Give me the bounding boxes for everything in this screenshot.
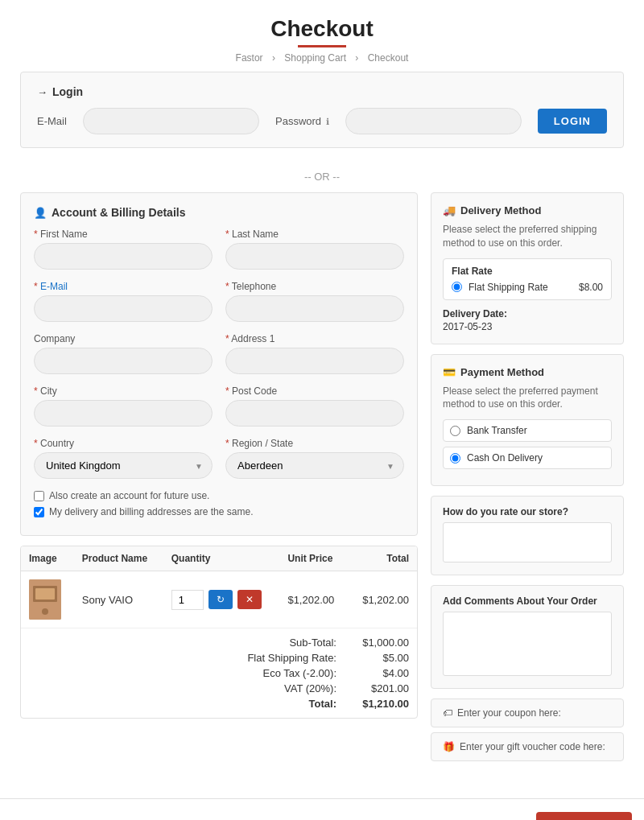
billing-section: Account & Billing Details * First Name [20,192,418,536]
last-name-input[interactable] [225,243,404,270]
product-table: Image Product Name Quantity Unit Price T… [21,546,417,628]
breadcrumb-checkout: Checkout [368,52,409,64]
password-input[interactable] [345,108,522,134]
delivery-section: Delivery Method Please select the prefer… [431,192,624,344]
company-input[interactable] [34,348,213,374]
truck-icon [443,204,456,216]
flat-rate-label: Flat Shipping Rate [469,282,572,293]
region-label: * Region / State [225,438,404,449]
rating-textarea[interactable] [443,522,612,562]
breadcrumb-sep2: › [355,52,361,64]
login-form-row: E-Mail Password ℹ LOGIN [37,108,607,134]
region-group: * Region / State Aberdeen [225,438,404,479]
subtotal-label: Sub-Total: [208,637,336,649]
first-name-input[interactable] [34,243,213,270]
eco-tax-label: Eco Tax (-2.00): [208,667,336,679]
last-name-label: * Last Name [225,229,404,240]
address1-group: * Address 1 [225,333,404,374]
flat-rate-title: Flat Rate [452,266,603,277]
cash-delivery-option: Cash On Delivery [443,447,612,469]
create-account-checkbox[interactable] [34,491,44,501]
company-label: Company [34,333,213,344]
postcode-input[interactable] [225,400,404,426]
breadcrumb-sep1: › [272,52,278,64]
remove-button[interactable]: ✕ [237,590,262,609]
vat-row: VAT (20%): $201.00 [29,681,409,696]
voucher-label: Enter your gift voucher code here: [460,741,605,752]
user-icon [34,206,47,219]
product-qty-cell: ↻ ✕ [163,571,280,628]
shipping-box: Flat Rate Flat Shipping Rate $8.00 [443,258,612,300]
country-select[interactable]: United Kingdom [34,452,213,479]
table-row: Sony VAIO ↻ ✕ $1,202.00 $1,202.00 [21,571,417,628]
subtotal-value: $1,000.00 [353,637,409,649]
rating-section: How do you rate our store? [431,496,624,575]
comments-section: Add Comments About Your Order [431,585,624,689]
product-unit-price-cell: $1,202.00 [279,571,348,628]
refresh-button[interactable]: ↻ [208,590,233,609]
or-divider: -- OR -- [20,161,624,192]
login-title: Login [37,85,607,98]
billing-email-input[interactable] [34,295,213,322]
page-footer: I have read and agree to the Terms & Con… [0,798,644,820]
total-row: Total: $1,210.00 [29,696,409,711]
payment-title: Payment Method [443,366,612,378]
same-address-checkbox[interactable] [34,507,44,517]
email-group: * E-Mail [34,281,213,322]
create-account-row: Also create an account for future use. [34,490,404,501]
telephone-group: * Telephone [225,281,404,322]
breadcrumb: Fastor › Shopping Cart › Checkout [0,52,644,64]
city-group: * City [34,385,213,426]
shipping-rate-row: Flat Shipping Rate: $5.00 [29,650,409,665]
eco-tax-row: Eco Tax (-2.00): $4.00 [29,665,409,681]
totals-section: Sub-Total: $1,000.00 Flat Shipping Rate:… [21,628,417,718]
login-button[interactable]: LOGIN [538,109,607,134]
eco-tax-value: $4.00 [353,667,409,679]
right-column: Delivery Method Please select the prefer… [431,192,624,766]
comments-textarea[interactable] [443,612,612,676]
flat-rate-price: $8.00 [579,282,603,293]
bank-transfer-radio[interactable] [450,426,460,436]
breadcrumb-cart: Shopping Cart [284,52,346,64]
shipping-option: Flat Shipping Rate $8.00 [452,282,603,293]
create-account-label: Also create an account for future use. [49,490,209,501]
qty-control: ↻ ✕ [171,590,272,610]
coupon-section[interactable]: Enter your coupon here: [431,698,624,727]
product-table-section: Image Product Name Quantity Unit Price T… [20,546,418,719]
same-address-row: My delivery and billing addresses are th… [34,506,404,517]
city-label: * City [34,385,213,397]
col-image: Image [21,546,74,571]
col-qty: Quantity [163,546,280,571]
email-input[interactable] [83,108,259,134]
delivery-title: Delivery Method [443,204,612,216]
gift-icon [443,741,455,752]
region-select[interactable]: Aberdeen [225,452,404,479]
svg-rect-2 [35,588,55,600]
main-container: Login E-Mail Password ℹ LOGIN -- OR -- A… [8,72,636,798]
product-total-cell: $1,202.00 [349,571,417,628]
col-name: Product Name [74,546,163,571]
company-address-row: Company * Address 1 [34,333,404,374]
address1-input[interactable] [225,348,404,374]
contact-row: * E-Mail * Telephone [34,281,404,322]
billing-title: Account & Billing Details [34,206,404,219]
rating-label: How do you rate our store? [443,506,612,517]
shipping-rate-label: Flat Shipping Rate: [208,652,336,664]
proceed-button[interactable]: PROCEED [536,812,632,820]
cash-delivery-radio[interactable] [450,453,460,464]
region-select-wrapper: Aberdeen [225,452,404,479]
col-total: Total [349,546,417,571]
table-header-row: Image Product Name Quantity Unit Price T… [21,546,417,571]
country-region-row: * Country United Kingdom * Region / Stat… [34,438,404,479]
two-col-layout: Account & Billing Details * First Name [20,192,624,766]
flat-rate-radio[interactable] [452,282,462,292]
last-name-group: * Last Name [225,229,404,270]
city-input[interactable] [34,400,213,426]
voucher-section[interactable]: Enter your gift voucher code here: [431,732,624,761]
delivery-desc: Please select the preferred shipping met… [443,223,612,250]
product-image [29,579,61,620]
password-label: Password ℹ [275,115,329,127]
qty-input[interactable] [171,590,204,610]
company-group: Company [34,333,213,374]
telephone-input[interactable] [225,295,404,322]
